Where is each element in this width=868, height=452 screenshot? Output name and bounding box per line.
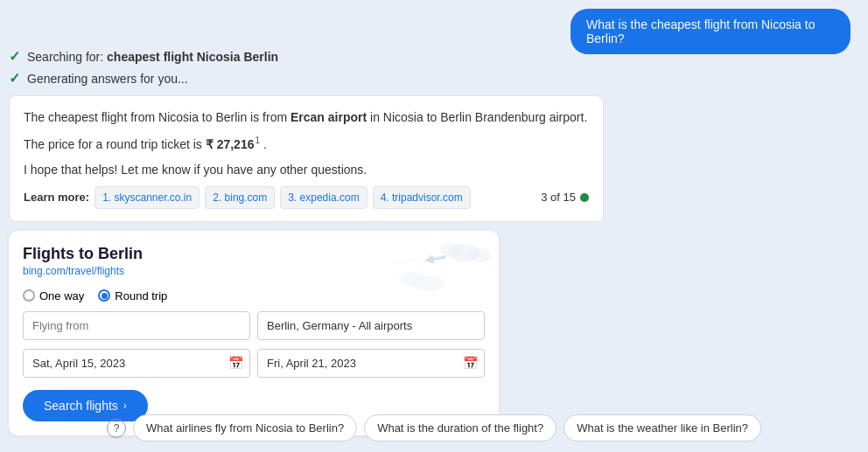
depart-date-wrapper: 📅: [23, 349, 250, 378]
svg-line-8: [394, 260, 418, 263]
one-way-radio-circle: [23, 289, 35, 302]
flight-inputs-row: [23, 311, 485, 340]
learn-more-link-4[interactable]: 4. tripadvisor.com: [373, 186, 471, 209]
return-calendar-icon: 📅: [463, 356, 478, 370]
searching-text: Searching for: cheapest flight Nicosia B…: [27, 50, 278, 64]
chip-duration[interactable]: What is the duration of the flight?: [364, 414, 556, 442]
check-icon-2: ✓: [9, 70, 20, 87]
chip-weather[interactable]: What is the weather like in Berlin?: [564, 414, 761, 442]
learn-more-link-3[interactable]: 3. expedia.com: [280, 186, 367, 209]
search-flights-label: Search flights: [44, 399, 118, 413]
one-way-label: One way: [39, 289, 84, 302]
flight-card-source: bing.com/travel/flights: [23, 265, 143, 277]
chip-airlines[interactable]: What airlines fly from Nicosia to Berlin…: [133, 414, 357, 442]
status-generating: ✓ Generating answers for you...: [9, 70, 859, 87]
answer-line1: The cheapest flight from Nicosia to Berl…: [24, 108, 589, 127]
flight-card-header: Flights to Berlin bing.com/travel/flight…: [23, 245, 485, 277]
svg-point-4: [413, 275, 444, 291]
page-indicator: 3 of 15: [541, 189, 589, 206]
status-searching: ✓ Searching for: cheapest flight Nicosia…: [9, 48, 859, 65]
bottom-chips-row: ? What airlines fly from Nicosia to Berl…: [107, 414, 761, 442]
help-icon[interactable]: ?: [107, 419, 126, 438]
check-icon-1: ✓: [9, 48, 20, 65]
chevron-right-icon: ›: [123, 400, 127, 412]
answer-line3: I hope that helps! Let me know if you ha…: [24, 161, 589, 179]
plane-decoration: [385, 240, 490, 296]
return-date-input[interactable]: [257, 349, 485, 378]
depart-date-input[interactable]: [23, 349, 250, 378]
one-way-radio[interactable]: One way: [23, 289, 84, 302]
round-trip-label: Round trip: [115, 289, 167, 302]
answer-line2: The price for a round trip ticket is ₹ 2…: [24, 134, 589, 154]
learn-more-link-2[interactable]: 2. bing.com: [205, 186, 275, 209]
round-trip-radio[interactable]: Round trip: [98, 289, 167, 302]
flight-card-title: Flights to Berlin: [23, 245, 143, 263]
svg-point-1: [440, 243, 461, 257]
flying-from-input[interactable]: [23, 311, 250, 340]
date-inputs-row: 📅 📅: [23, 349, 485, 378]
learn-more-label: Learn more:: [24, 189, 89, 206]
generating-text: Generating answers for you...: [27, 72, 188, 86]
green-dot-icon: [580, 193, 589, 202]
flight-card: Flights to Berlin bing.com/travel/flight…: [9, 231, 499, 435]
return-date-wrapper: 📅: [257, 349, 485, 378]
learn-more-link-1[interactable]: 1. skyscanner.co.in: [94, 186, 200, 209]
flying-to-input[interactable]: [257, 311, 485, 340]
round-trip-radio-circle: [98, 289, 110, 302]
learn-more-row: Learn more: 1. skyscanner.co.in 2. bing.…: [24, 186, 589, 209]
answer-box: The cheapest flight from Nicosia to Berl…: [9, 95, 604, 222]
depart-calendar-icon: 📅: [228, 356, 243, 370]
